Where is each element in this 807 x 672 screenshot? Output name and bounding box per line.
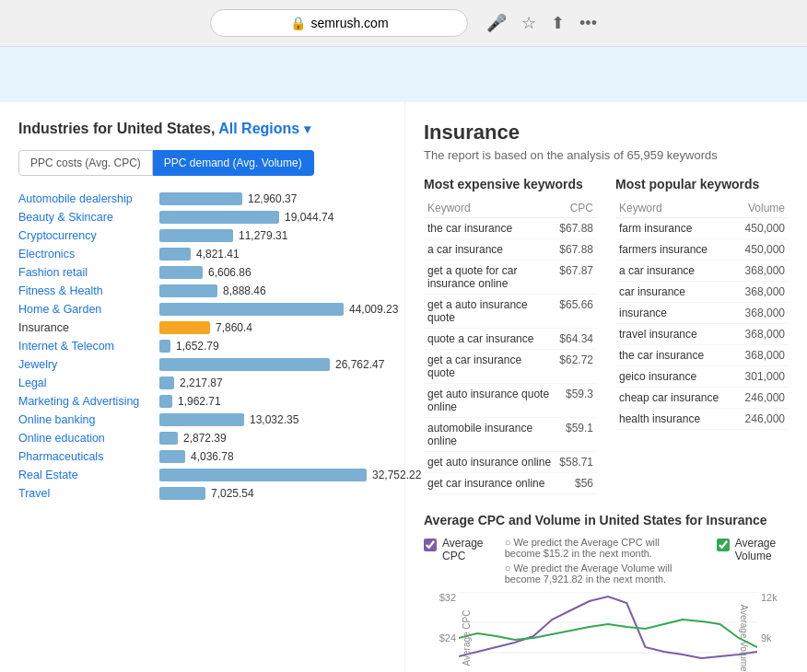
industry-name[interactable]: Fitness & Health [18, 284, 152, 297]
industry-value: 7,025.54 [211, 487, 254, 500]
chart-axis-left-label: Average CPC [462, 610, 472, 666]
chart-section: Average CPC and Volume in United States … [424, 513, 789, 672]
table-row: farmers insurance450,000 [615, 239, 789, 261]
right-panel: Insurance The report is based on the ana… [405, 102, 807, 672]
popular-table: Keyword Volume farm insurance450,000farm… [615, 199, 789, 430]
industry-row: Beauty & Skincare19,044.74 [18, 211, 386, 224]
cpc-cell: $67.88 [556, 239, 597, 261]
table-row: car insurance368,000 [615, 282, 789, 303]
expensive-col-cpc: CPC [556, 199, 597, 218]
share-icon[interactable]: ⬆ [551, 13, 565, 33]
keyword-cell: insurance [615, 303, 735, 324]
industry-name[interactable]: Jewelry [18, 358, 152, 371]
keyword-cell: quote a car insurance [424, 329, 556, 350]
industry-name[interactable]: Online education [18, 432, 152, 445]
industry-name: Insurance [18, 321, 152, 334]
industry-name[interactable]: Marketing & Advertising [18, 395, 152, 408]
keyword-cell: get auto insurance online [424, 452, 556, 473]
industry-value: 1,652.79 [176, 340, 219, 353]
keyword-cell: farm insurance [615, 218, 735, 239]
dropdown-arrow-icon[interactable]: ▾ [304, 122, 310, 136]
bar-container: 44,009.23 [159, 303, 398, 316]
table-row: get auto insurance quote online$59.3 [424, 384, 597, 418]
industry-name[interactable]: Electronics [18, 248, 152, 261]
industry-name[interactable]: Pharmaceuticals [18, 450, 152, 463]
industry-row: Cryptocurrency11,279.31 [18, 229, 386, 242]
industry-value: 4,821.41 [196, 248, 240, 261]
industry-name[interactable]: Fashion retail [18, 266, 152, 279]
bar-container: 1,962.71 [159, 395, 386, 408]
right-subtitle: The report is based on the analysis of 6… [424, 148, 789, 162]
bar-container: 4,821.41 [159, 248, 386, 261]
more-icon[interactable]: ••• [579, 14, 597, 33]
industry-name[interactable]: Cryptocurrency [18, 229, 152, 242]
chart-title: Average CPC and Volume in United States … [424, 513, 789, 527]
bar-container: 12,960.37 [159, 192, 386, 205]
volume-cell: 368,000 [735, 345, 789, 366]
keyword-cell: the car insurance [615, 345, 735, 366]
industry-name[interactable]: Internet & Telecom [18, 340, 152, 353]
bar-container: 26,762.47 [159, 358, 386, 371]
table-row: quote a car insurance$64.34 [424, 329, 597, 350]
bar-container: 13,032.35 [159, 413, 386, 426]
industry-name[interactable]: Travel [18, 487, 152, 500]
industry-name[interactable]: Beauty & Skincare [18, 211, 152, 224]
industry-name[interactable]: Automobile dealership [18, 192, 152, 205]
cpc-cell: $62.72 [556, 350, 597, 384]
url-text: semrush.com [311, 16, 389, 30]
industry-row: Travel7,025.54 [18, 487, 386, 500]
cpc-cell: $65.66 [556, 295, 597, 329]
legend-volume: Average Volume [717, 537, 789, 562]
chart-y-left: $32 $24 $18 [424, 592, 456, 672]
toggle-ppc-demand[interactable]: PPC demand (Avg. Volume) [153, 150, 314, 176]
keyword-cell: automobile insurance online [424, 418, 556, 452]
table-row: get a car insurance quote$62.72 [424, 350, 597, 384]
industry-bar [159, 284, 217, 297]
y-right-top: 12k [761, 592, 789, 603]
table-row: insurance368,000 [615, 303, 789, 324]
table-row: a car insurance368,000 [615, 261, 789, 282]
keyword-cell: car insurance [615, 282, 735, 303]
industry-name[interactable]: Online banking [18, 413, 152, 426]
panel-title-highlight[interactable]: All Regions [218, 121, 299, 136]
keyword-cell: get auto insurance quote online [424, 384, 556, 418]
cpc-cell: $67.87 [556, 261, 597, 295]
industry-name[interactable]: Real Estate [18, 469, 152, 481]
lock-icon: 🔒 [290, 16, 306, 30]
bar-container: 1,652.79 [159, 340, 386, 353]
expensive-col-keyword: Keyword [424, 199, 556, 218]
bar-container: 7,025.54 [159, 487, 386, 500]
popular-keywords-col: Most popular keywords Keyword Volume far… [615, 177, 789, 494]
legend-cpc: Average CPC [424, 537, 486, 562]
industry-value: 8,888.46 [223, 284, 266, 297]
table-row: automobile insurance online$59.1 [424, 418, 597, 452]
industry-row: Fashion retail6,606.86 [18, 266, 386, 279]
toggle-ppc-costs[interactable]: PPC costs (Avg. CPC) [18, 150, 153, 176]
industry-bar [159, 340, 170, 353]
left-panel: Industries for United States, All Region… [0, 102, 405, 672]
industry-name[interactable]: Home & Garden [18, 303, 152, 316]
industry-bar [159, 413, 244, 426]
popular-title: Most popular keywords [615, 177, 789, 191]
industry-value: 7,860.4 [216, 321, 252, 334]
bar-container: 19,044.74 [159, 211, 386, 224]
microphone-icon[interactable]: 🎤 [486, 13, 507, 33]
volume-cell: 301,000 [735, 366, 789, 388]
chart-svg [459, 592, 757, 672]
popular-col-volume: Volume [735, 199, 789, 218]
legend-volume-checkbox[interactable] [717, 539, 730, 551]
industry-bar [159, 395, 172, 408]
industry-row: Online education2,872.39 [18, 432, 386, 445]
legend-cpc-checkbox[interactable] [424, 539, 437, 551]
browser-actions: 🎤 ☆ ⬆ ••• [486, 13, 597, 33]
industry-row: Real Estate32,752.22 [18, 469, 386, 481]
industry-name[interactable]: Legal [18, 377, 152, 389]
industry-bar [159, 450, 185, 463]
volume-cell: 246,000 [735, 409, 789, 430]
cpc-cell: $64.34 [556, 329, 597, 350]
chart-legend: Average CPC ○ We predict the Average CPC… [424, 537, 789, 585]
table-row: geico insurance301,000 [615, 366, 789, 388]
table-row: farm insurance450,000 [615, 218, 789, 239]
star-icon[interactable]: ☆ [521, 13, 536, 33]
browser-url[interactable]: 🔒 semrush.com [210, 9, 468, 37]
